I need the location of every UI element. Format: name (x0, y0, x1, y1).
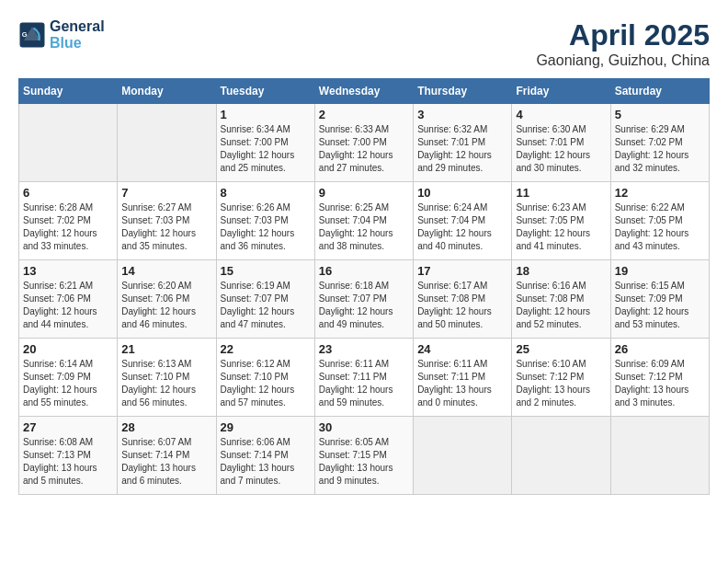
day-info: Sunrise: 6:10 AM Sunset: 7:12 PM Dayligh… (516, 358, 606, 409)
calendar-cell: 12Sunrise: 6:22 AM Sunset: 7:05 PM Dayli… (610, 182, 709, 260)
day-number: 19 (615, 264, 705, 278)
day-number: 18 (516, 264, 606, 278)
day-number: 7 (121, 186, 211, 200)
calendar-cell: 7Sunrise: 6:27 AM Sunset: 7:03 PM Daylig… (118, 182, 216, 260)
calendar-cell: 23Sunrise: 6:11 AM Sunset: 7:11 PM Dayli… (314, 339, 413, 417)
day-number: 6 (23, 186, 113, 200)
day-info: Sunrise: 6:24 AM Sunset: 7:04 PM Dayligh… (417, 201, 507, 253)
day-info: Sunrise: 6:30 AM Sunset: 7:01 PM Dayligh… (516, 123, 606, 175)
day-info: Sunrise: 6:07 AM Sunset: 7:14 PM Dayligh… (121, 436, 211, 488)
day-info: Sunrise: 6:15 AM Sunset: 7:09 PM Dayligh… (615, 280, 705, 331)
calendar-table: SundayMondayTuesdayWednesdayThursdayFrid… (18, 78, 710, 495)
day-number: 28 (121, 420, 211, 434)
day-info: Sunrise: 6:09 AM Sunset: 7:12 PM Dayligh… (615, 358, 705, 409)
logo-icon: G (18, 21, 46, 49)
calendar-cell: 5Sunrise: 6:29 AM Sunset: 7:02 PM Daylig… (610, 104, 709, 182)
weekday-header-tuesday: Tuesday (216, 79, 314, 104)
day-info: Sunrise: 6:11 AM Sunset: 7:11 PM Dayligh… (319, 358, 409, 409)
day-info: Sunrise: 6:11 AM Sunset: 7:11 PM Dayligh… (417, 358, 507, 409)
weekday-header-thursday: Thursday (414, 79, 512, 104)
day-number: 4 (516, 108, 606, 121)
day-info: Sunrise: 6:34 AM Sunset: 7:00 PM Dayligh… (221, 123, 311, 175)
calendar-cell: 9Sunrise: 6:25 AM Sunset: 7:04 PM Daylig… (314, 182, 413, 260)
calendar-week-2: 6Sunrise: 6:28 AM Sunset: 7:02 PM Daylig… (19, 182, 710, 260)
day-info: Sunrise: 6:29 AM Sunset: 7:02 PM Dayligh… (615, 123, 705, 175)
calendar-cell: 4Sunrise: 6:30 AM Sunset: 7:01 PM Daylig… (512, 104, 610, 182)
day-number: 11 (516, 186, 606, 200)
day-info: Sunrise: 6:16 AM Sunset: 7:08 PM Dayligh… (516, 280, 606, 331)
day-number: 10 (417, 186, 507, 200)
calendar-cell: 3Sunrise: 6:32 AM Sunset: 7:01 PM Daylig… (414, 104, 512, 182)
calendar-cell: 29Sunrise: 6:06 AM Sunset: 7:14 PM Dayli… (216, 417, 314, 495)
calendar-cell: 1Sunrise: 6:34 AM Sunset: 7:00 PM Daylig… (216, 104, 314, 182)
day-info: Sunrise: 6:33 AM Sunset: 7:00 PM Dayligh… (319, 123, 409, 175)
day-info: Sunrise: 6:26 AM Sunset: 7:03 PM Dayligh… (221, 201, 311, 253)
calendar-cell (610, 417, 709, 495)
day-number: 17 (417, 264, 507, 278)
calendar-week-3: 13Sunrise: 6:21 AM Sunset: 7:06 PM Dayli… (19, 260, 710, 339)
day-number: 2 (319, 108, 409, 121)
logo: G General Blue (18, 18, 105, 52)
day-number: 8 (221, 186, 311, 200)
calendar-cell: 30Sunrise: 6:05 AM Sunset: 7:15 PM Dayli… (314, 417, 413, 495)
day-number: 12 (615, 186, 705, 200)
day-number: 3 (417, 108, 507, 121)
weekday-header-row: SundayMondayTuesdayWednesdayThursdayFrid… (19, 79, 710, 104)
day-number: 23 (319, 342, 409, 356)
day-number: 30 (319, 420, 409, 434)
day-info: Sunrise: 6:13 AM Sunset: 7:10 PM Dayligh… (121, 358, 211, 409)
calendar-cell: 13Sunrise: 6:21 AM Sunset: 7:06 PM Dayli… (19, 260, 118, 339)
calendar-cell: 18Sunrise: 6:16 AM Sunset: 7:08 PM Dayli… (512, 260, 610, 339)
day-number: 14 (121, 264, 211, 278)
day-number: 1 (221, 108, 311, 121)
calendar-cell: 8Sunrise: 6:26 AM Sunset: 7:03 PM Daylig… (216, 182, 314, 260)
svg-text:G: G (22, 30, 28, 39)
day-number: 21 (121, 342, 211, 356)
calendar-cell (414, 417, 512, 495)
calendar-cell: 6Sunrise: 6:28 AM Sunset: 7:02 PM Daylig… (19, 182, 118, 260)
calendar-cell: 21Sunrise: 6:13 AM Sunset: 7:10 PM Dayli… (118, 339, 216, 417)
calendar-cell: 22Sunrise: 6:12 AM Sunset: 7:10 PM Dayli… (216, 339, 314, 417)
weekday-header-saturday: Saturday (610, 79, 709, 104)
day-info: Sunrise: 6:17 AM Sunset: 7:08 PM Dayligh… (417, 280, 507, 331)
day-number: 29 (221, 420, 311, 434)
day-info: Sunrise: 6:27 AM Sunset: 7:03 PM Dayligh… (121, 201, 211, 253)
page-header: G General Blue April 2025 Gaoniang, Guiz… (18, 18, 710, 69)
day-number: 15 (221, 264, 311, 278)
calendar-cell: 15Sunrise: 6:19 AM Sunset: 7:07 PM Dayli… (216, 260, 314, 339)
calendar-cell (19, 104, 118, 182)
calendar-cell: 26Sunrise: 6:09 AM Sunset: 7:12 PM Dayli… (610, 339, 709, 417)
day-info: Sunrise: 6:32 AM Sunset: 7:01 PM Dayligh… (417, 123, 507, 175)
calendar-cell: 16Sunrise: 6:18 AM Sunset: 7:07 PM Dayli… (314, 260, 413, 339)
calendar-cell: 2Sunrise: 6:33 AM Sunset: 7:00 PM Daylig… (314, 104, 413, 182)
day-number: 27 (23, 420, 113, 434)
day-info: Sunrise: 6:28 AM Sunset: 7:02 PM Dayligh… (23, 201, 113, 253)
location: Gaoniang, Guizhou, China (536, 52, 710, 69)
calendar-cell: 27Sunrise: 6:08 AM Sunset: 7:13 PM Dayli… (19, 417, 118, 495)
calendar-cell: 28Sunrise: 6:07 AM Sunset: 7:14 PM Dayli… (118, 417, 216, 495)
day-info: Sunrise: 6:19 AM Sunset: 7:07 PM Dayligh… (221, 280, 311, 331)
calendar-week-1: 1Sunrise: 6:34 AM Sunset: 7:00 PM Daylig… (19, 104, 710, 182)
calendar-cell: 11Sunrise: 6:23 AM Sunset: 7:05 PM Dayli… (512, 182, 610, 260)
day-info: Sunrise: 6:18 AM Sunset: 7:07 PM Dayligh… (319, 280, 409, 331)
calendar-cell: 14Sunrise: 6:20 AM Sunset: 7:06 PM Dayli… (118, 260, 216, 339)
calendar-cell (118, 104, 216, 182)
day-number: 16 (319, 264, 409, 278)
logo-text: General Blue (50, 18, 105, 52)
day-number: 13 (23, 264, 113, 278)
day-number: 5 (615, 108, 705, 121)
calendar-cell: 24Sunrise: 6:11 AM Sunset: 7:11 PM Dayli… (414, 339, 512, 417)
day-info: Sunrise: 6:21 AM Sunset: 7:06 PM Dayligh… (23, 280, 113, 331)
day-number: 25 (516, 342, 606, 356)
day-info: Sunrise: 6:12 AM Sunset: 7:10 PM Dayligh… (221, 358, 311, 409)
calendar-cell: 20Sunrise: 6:14 AM Sunset: 7:09 PM Dayli… (19, 339, 118, 417)
day-info: Sunrise: 6:06 AM Sunset: 7:14 PM Dayligh… (221, 436, 311, 488)
calendar-cell: 10Sunrise: 6:24 AM Sunset: 7:04 PM Dayli… (414, 182, 512, 260)
weekday-header-monday: Monday (118, 79, 216, 104)
day-number: 9 (319, 186, 409, 200)
day-info: Sunrise: 6:05 AM Sunset: 7:15 PM Dayligh… (319, 436, 409, 488)
day-number: 22 (221, 342, 311, 356)
calendar-cell: 25Sunrise: 6:10 AM Sunset: 7:12 PM Dayli… (512, 339, 610, 417)
day-number: 24 (417, 342, 507, 356)
weekday-header-sunday: Sunday (19, 79, 118, 104)
